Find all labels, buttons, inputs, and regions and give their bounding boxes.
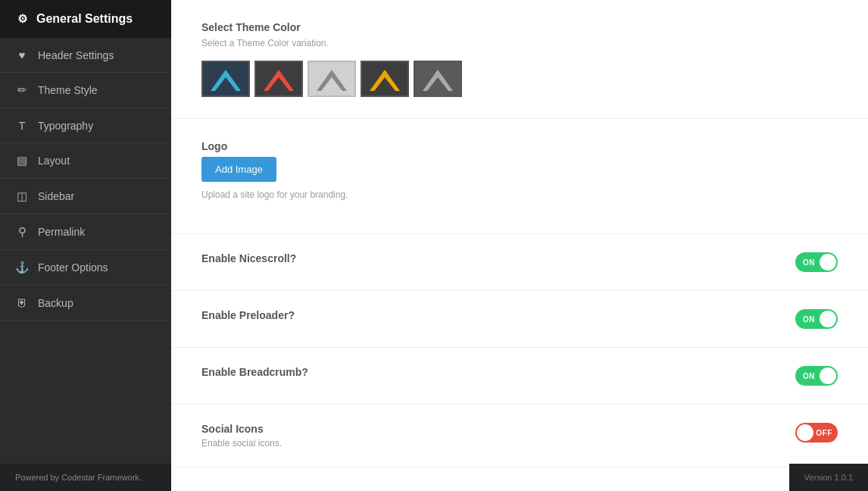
toggle-text-preloader: ON bbox=[803, 315, 815, 324]
sidebar-item-label-theme-style: Theme Style bbox=[38, 84, 98, 96]
toggle-label-social-icons: Social Icons bbox=[201, 423, 282, 435]
toggle-desc-social-icons: Enable social icons. bbox=[201, 438, 282, 449]
toggle-text-social-icons: OFF bbox=[816, 429, 832, 437]
toggle-text-breadcrumb: ON bbox=[803, 372, 815, 380]
sidebar-item-sidebar[interactable]: ◫ Sidebar bbox=[0, 179, 171, 214]
sidebar-item-label-permalink: Permalink bbox=[38, 226, 85, 238]
toggle-knob-preloader bbox=[820, 311, 836, 327]
toggle-knob-social-icons bbox=[797, 424, 813, 441]
sidebar-item-layout[interactable]: ▤ Layout bbox=[0, 143, 171, 179]
toggle-row-nicescroll: Enable Nicescroll? ON bbox=[171, 234, 868, 291]
logo-label: Logo bbox=[201, 140, 838, 152]
sidebar-item-theme-style[interactable]: ✏ Theme Style bbox=[0, 73, 171, 108]
color-swatch-2[interactable] bbox=[254, 61, 303, 97]
theme-color-section: Select Theme Color Select a Theme Color … bbox=[171, 0, 868, 119]
toggle-row-preloader: Enable Preloader? ON bbox=[171, 291, 868, 348]
layout-icon: ▤ bbox=[15, 154, 29, 167]
toggle-preloader[interactable]: ON bbox=[795, 309, 838, 329]
sidebar-item-label-layout: Layout bbox=[38, 155, 70, 167]
theme-color-label: Select Theme Color bbox=[201, 21, 838, 33]
svg-rect-4 bbox=[309, 62, 354, 95]
toggle-row-breadcrumb: Enable Breadcrumb? ON bbox=[171, 348, 868, 405]
sidebar-item-label-backup: Backup bbox=[38, 297, 73, 309]
sidebar-item-backup[interactable]: ⛨ Backup bbox=[0, 286, 171, 321]
svg-rect-0 bbox=[203, 62, 248, 95]
color-swatch-4[interactable] bbox=[361, 61, 409, 97]
color-swatch-1[interactable] bbox=[201, 61, 250, 97]
sidebar-title: General Settings bbox=[36, 12, 133, 26]
sidebar: ⚙ General Settings ♥ Header Settings ✏ T… bbox=[0, 0, 171, 491]
backup-icon: ⛨ bbox=[15, 296, 29, 309]
sidebar-item-label-header-settings: Header Settings bbox=[38, 49, 114, 61]
logo-desc: Upload a site logo for your branding. bbox=[201, 189, 838, 200]
sidebar-item-label-sidebar: Sidebar bbox=[38, 190, 74, 202]
permalink-icon: ⚲ bbox=[15, 225, 29, 239]
logo-section: Logo Add Image Upload a site logo for yo… bbox=[171, 119, 868, 234]
add-image-button[interactable]: Add Image bbox=[201, 157, 276, 182]
color-swatches bbox=[201, 61, 838, 97]
toggle-social-icons[interactable]: OFF bbox=[795, 423, 838, 443]
toggle-label-breadcrumb: Enable Breadcrumb? bbox=[201, 366, 308, 378]
toggle-row-social-icons: Social Icons Enable social icons. OFF bbox=[171, 405, 868, 468]
sidebar-icon: ◫ bbox=[15, 189, 29, 203]
sidebar-item-footer-options[interactable]: ⚓ Footer Options bbox=[0, 250, 171, 286]
toggle-text-nicescroll: ON bbox=[803, 258, 815, 267]
svg-rect-6 bbox=[362, 62, 407, 95]
sidebar-footer: Powered by Codestar Framework. bbox=[0, 464, 171, 491]
sidebar-item-label-footer-options: Footer Options bbox=[38, 261, 108, 274]
main-content: Select Theme Color Select a Theme Color … bbox=[171, 0, 868, 491]
toggles-container: Enable Nicescroll? ON Enable Preloader? … bbox=[171, 234, 868, 468]
sidebar-item-typography[interactable]: T Typography bbox=[0, 108, 171, 143]
theme-style-icon: ✏ bbox=[15, 83, 29, 97]
toggle-knob-nicescroll bbox=[820, 254, 836, 271]
sidebar-item-permalink[interactable]: ⚲ Permalink bbox=[0, 214, 171, 250]
theme-color-desc: Select a Theme Color variation. bbox=[201, 38, 838, 48]
sidebar-item-label-typography: Typography bbox=[38, 120, 93, 132]
sidebar-nav: ♥ Header Settings ✏ Theme Style T Typogr… bbox=[0, 38, 171, 464]
footer-left: Powered by Codestar Framework. bbox=[15, 473, 142, 482]
typography-icon: T bbox=[15, 119, 29, 132]
toggle-label-nicescroll: Enable Nicescroll? bbox=[201, 252, 296, 264]
header-settings-icon: ♥ bbox=[15, 48, 29, 61]
toggle-nicescroll[interactable]: ON bbox=[795, 252, 838, 272]
color-swatch-5[interactable] bbox=[414, 61, 462, 97]
toggle-breadcrumb[interactable]: ON bbox=[795, 366, 838, 386]
sidebar-item-header-settings[interactable]: ♥ Header Settings bbox=[0, 38, 171, 73]
gear-icon: ⚙ bbox=[15, 12, 29, 26]
svg-rect-8 bbox=[415, 62, 461, 95]
version-label: Version 1.0.1 bbox=[789, 464, 868, 491]
toggle-knob-breadcrumb bbox=[820, 367, 836, 384]
sidebar-header: ⚙ General Settings bbox=[0, 0, 171, 38]
footer-options-icon: ⚓ bbox=[15, 261, 29, 274]
toggle-label-preloader: Enable Preloader? bbox=[201, 309, 295, 321]
color-swatch-3[interactable] bbox=[308, 61, 356, 97]
svg-rect-2 bbox=[256, 62, 301, 95]
